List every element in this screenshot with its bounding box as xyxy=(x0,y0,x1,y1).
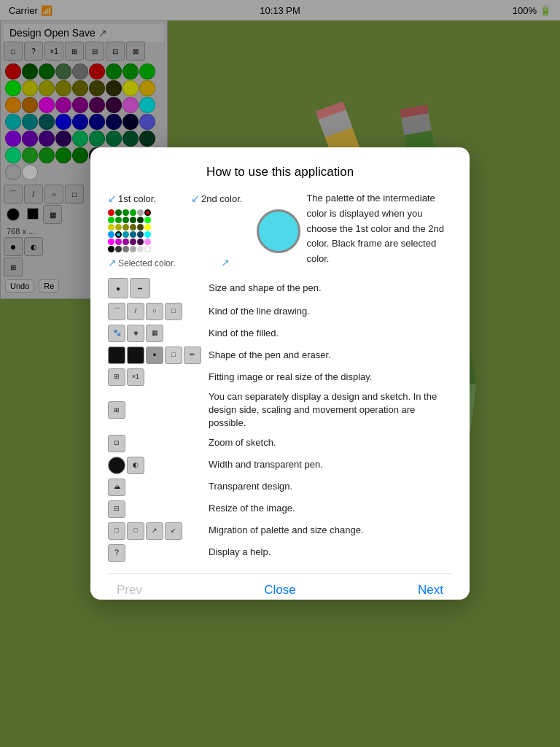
pen-light-icon: □ xyxy=(165,347,182,364)
size-shape-text: Size and shape of the pen. xyxy=(209,282,322,295)
fitting-row: ⊞ ×1 Fitting image or real size of the d… xyxy=(108,368,452,386)
resize-row: ⊟ Resize of the image. xyxy=(108,500,452,518)
pen-gray-icon: ● xyxy=(146,347,163,364)
help-display-icons: ? xyxy=(108,544,203,562)
line-icon3: ○ xyxy=(146,303,163,320)
transparent-row: ⛰ Transparent design. xyxy=(108,479,452,496)
color2-label: ↙ 2nd color. xyxy=(191,191,242,206)
pen-width-icons: ◐ xyxy=(108,457,203,474)
mini-y5 xyxy=(137,224,144,231)
mini-g3 xyxy=(122,217,129,223)
mini-b6 xyxy=(144,231,151,238)
help-display-row: ? Display a help. xyxy=(108,544,452,562)
fill-kind-text: Kind of the filled. xyxy=(209,327,279,340)
mini-row-1 xyxy=(108,209,242,216)
prev-button[interactable]: Prev xyxy=(108,580,151,600)
mini-m5 xyxy=(137,239,144,245)
mini-g6 xyxy=(144,217,151,223)
mini-dg2 xyxy=(122,246,129,252)
zoom-text: Zoom of sketch. xyxy=(209,436,276,449)
mini-g2 xyxy=(115,217,122,223)
size-icon: ● xyxy=(108,278,128,298)
mini-m2 xyxy=(115,239,122,245)
fit-icon: ⊞ xyxy=(108,368,125,386)
arrow-selected2-icon: ↗ xyxy=(221,255,230,271)
mini-dg1 xyxy=(115,246,122,252)
color-description: The palette of the intermediate color is… xyxy=(306,191,452,271)
color1-label: ↙ 1st color. xyxy=(108,191,156,206)
pen-width-row: ◐ Width and transparent pen. xyxy=(108,457,452,474)
mini-row-3 xyxy=(108,224,242,231)
zoom-row: ⊡ Zoom of sketch. xyxy=(108,435,452,452)
migration-text: Migration of palette and size change. xyxy=(209,524,363,537)
pen-eraser-row: ● □ ✏ Shape of the pen and eraser. xyxy=(108,347,452,364)
line-icon2: / xyxy=(127,303,144,320)
mini-m4 xyxy=(130,239,136,245)
help-modal: How to use this application ↙ 1st color.… xyxy=(90,147,470,600)
mini-y6 xyxy=(144,224,151,231)
mini-y2 xyxy=(115,224,122,231)
resize-icon: ⊟ xyxy=(108,500,125,518)
selected-color-row: ↗ Selected color. ↗ xyxy=(108,255,242,271)
modal-overlay: How to use this application ↙ 1st color.… xyxy=(0,0,560,747)
mini-b4 xyxy=(130,231,136,238)
mini-selected xyxy=(144,209,151,216)
migration-icons: □ □ ↗ ↙ xyxy=(108,522,203,540)
pen-eraser-icons: ● □ ✏ xyxy=(108,347,203,364)
size-slider: ━ xyxy=(130,278,150,298)
pen-circle-icon xyxy=(108,347,125,364)
close-button[interactable]: Close xyxy=(255,580,304,600)
split-icon: ⊞ xyxy=(108,401,125,419)
mini-row-6 xyxy=(108,246,242,252)
pen-width-text: Width and transparent pen. xyxy=(209,458,323,471)
mini-red xyxy=(108,209,114,216)
mini-dkgreen1 xyxy=(115,209,122,216)
real-size-icon: ×1 xyxy=(127,368,144,386)
arrow-left-icon: ↙ xyxy=(108,191,117,206)
color2-text: 2nd color. xyxy=(201,192,242,206)
migration-row: □ □ ↗ ↙ Migration of palette and size ch… xyxy=(108,522,452,540)
mini-y4 xyxy=(130,224,136,231)
mini-g1 xyxy=(108,217,114,223)
resize-text: Resize of the image. xyxy=(209,502,295,515)
mini-ltgreen1 xyxy=(130,209,136,216)
color-header-labels: ↙ 1st color. ↙ 2nd color. xyxy=(108,191,242,206)
fill-row: 🐾 ◈ ▦ Kind of the filled. xyxy=(108,325,452,342)
selected-color-label: Selected color. xyxy=(118,257,176,270)
design-sketch-row: ⊞ You can separately display a design an… xyxy=(108,390,452,430)
design-sketch-text: You can separately display a design and … xyxy=(209,390,452,430)
migration-icon4: ↙ xyxy=(165,522,182,540)
help-question-icon: ? xyxy=(108,544,125,562)
mini-gray1 xyxy=(137,209,144,216)
mini-row-2 xyxy=(108,217,242,223)
modal-title: How to use this application xyxy=(108,165,452,179)
resize-icons: ⊟ xyxy=(108,500,203,518)
fill-icon2: ◈ xyxy=(127,325,144,342)
pen-square-icon xyxy=(127,347,144,364)
migration-icon2: □ xyxy=(127,522,144,540)
mini-b3 xyxy=(122,231,129,238)
fitting-icons: ⊞ ×1 xyxy=(108,368,203,386)
line-icon4: □ xyxy=(165,303,182,320)
line-draw-row: ⌒ / ○ □ Kind of the line drawing. xyxy=(108,303,452,320)
line-kind-text: Kind of the line drawing. xyxy=(209,305,310,318)
arrow-selected-icon: ↗ xyxy=(108,255,117,271)
modal-content: ↙ 1st color. ↙ 2nd color. xyxy=(108,191,452,562)
migration-icon1: □ xyxy=(108,522,125,540)
mini-selected2 xyxy=(115,231,122,238)
mini-g4 xyxy=(130,217,136,223)
mini-wh xyxy=(144,246,151,252)
mini-b1 xyxy=(108,231,114,238)
cyan-circle-container xyxy=(251,191,300,271)
fill-icon1: 🐾 xyxy=(108,325,125,342)
mini-m6 xyxy=(144,239,151,245)
mini-palette xyxy=(108,209,242,252)
mini-row-5 xyxy=(108,239,242,245)
mini-row-4 xyxy=(108,231,242,238)
pen-eraser-icon: ✏ xyxy=(184,347,201,364)
color1-text: 1st color. xyxy=(118,192,156,206)
mini-b5 xyxy=(137,231,144,238)
next-button[interactable]: Next xyxy=(409,580,452,600)
color-desc-text: The palette of the intermediate color is… xyxy=(306,193,444,264)
fill-icon3: ▦ xyxy=(146,325,163,342)
